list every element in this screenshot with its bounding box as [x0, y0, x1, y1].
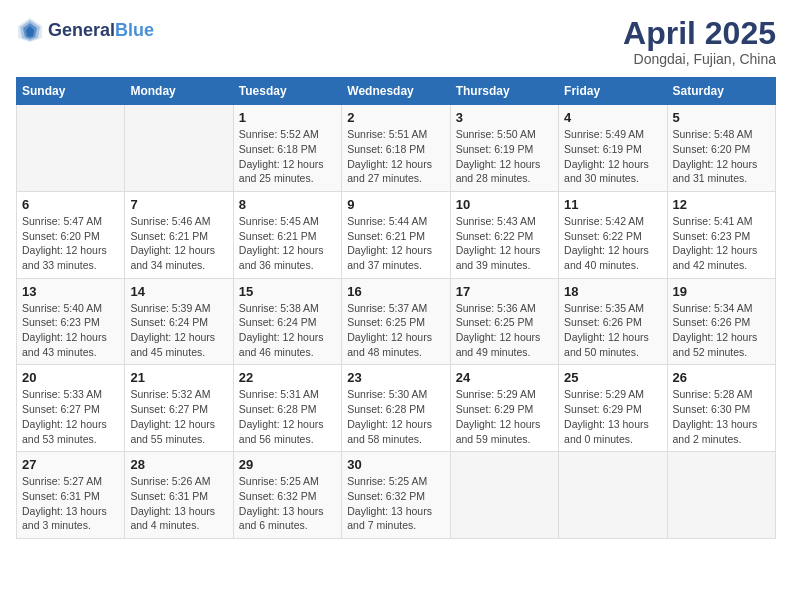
day-info: Sunrise: 5:40 AMSunset: 6:23 PMDaylight:…: [22, 301, 119, 360]
day-number: 27: [22, 457, 119, 472]
day-number: 30: [347, 457, 444, 472]
day-number: 21: [130, 370, 227, 385]
day-number: 24: [456, 370, 553, 385]
weekday-header-friday: Friday: [559, 78, 667, 105]
day-info: Sunrise: 5:42 AMSunset: 6:22 PMDaylight:…: [564, 214, 661, 273]
calendar-cell: 20Sunrise: 5:33 AMSunset: 6:27 PMDayligh…: [17, 365, 125, 452]
calendar-week-row: 27Sunrise: 5:27 AMSunset: 6:31 PMDayligh…: [17, 452, 776, 539]
month-year-title: April 2025: [623, 16, 776, 51]
logo-icon: [16, 16, 44, 44]
calendar-cell: 25Sunrise: 5:29 AMSunset: 6:29 PMDayligh…: [559, 365, 667, 452]
calendar-cell: 7Sunrise: 5:46 AMSunset: 6:21 PMDaylight…: [125, 191, 233, 278]
calendar-week-row: 13Sunrise: 5:40 AMSunset: 6:23 PMDayligh…: [17, 278, 776, 365]
calendar-table: SundayMondayTuesdayWednesdayThursdayFrid…: [16, 77, 776, 539]
day-number: 29: [239, 457, 336, 472]
weekday-header-thursday: Thursday: [450, 78, 558, 105]
weekday-header-sunday: Sunday: [17, 78, 125, 105]
calendar-week-row: 6Sunrise: 5:47 AMSunset: 6:20 PMDaylight…: [17, 191, 776, 278]
day-info: Sunrise: 5:38 AMSunset: 6:24 PMDaylight:…: [239, 301, 336, 360]
calendar-cell: 24Sunrise: 5:29 AMSunset: 6:29 PMDayligh…: [450, 365, 558, 452]
calendar-cell: 9Sunrise: 5:44 AMSunset: 6:21 PMDaylight…: [342, 191, 450, 278]
calendar-cell: 6Sunrise: 5:47 AMSunset: 6:20 PMDaylight…: [17, 191, 125, 278]
calendar-cell: 8Sunrise: 5:45 AMSunset: 6:21 PMDaylight…: [233, 191, 341, 278]
day-info: Sunrise: 5:30 AMSunset: 6:28 PMDaylight:…: [347, 387, 444, 446]
day-info: Sunrise: 5:45 AMSunset: 6:21 PMDaylight:…: [239, 214, 336, 273]
day-number: 19: [673, 284, 770, 299]
calendar-cell: 3Sunrise: 5:50 AMSunset: 6:19 PMDaylight…: [450, 105, 558, 192]
weekday-header-saturday: Saturday: [667, 78, 775, 105]
day-info: Sunrise: 5:27 AMSunset: 6:31 PMDaylight:…: [22, 474, 119, 533]
day-number: 26: [673, 370, 770, 385]
calendar-cell: 2Sunrise: 5:51 AMSunset: 6:18 PMDaylight…: [342, 105, 450, 192]
day-number: 17: [456, 284, 553, 299]
day-info: Sunrise: 5:47 AMSunset: 6:20 PMDaylight:…: [22, 214, 119, 273]
day-number: 6: [22, 197, 119, 212]
calendar-cell: 30Sunrise: 5:25 AMSunset: 6:32 PMDayligh…: [342, 452, 450, 539]
calendar-cell: 10Sunrise: 5:43 AMSunset: 6:22 PMDayligh…: [450, 191, 558, 278]
day-info: Sunrise: 5:43 AMSunset: 6:22 PMDaylight:…: [456, 214, 553, 273]
day-number: 28: [130, 457, 227, 472]
calendar-header: SundayMondayTuesdayWednesdayThursdayFrid…: [17, 78, 776, 105]
calendar-cell: 18Sunrise: 5:35 AMSunset: 6:26 PMDayligh…: [559, 278, 667, 365]
calendar-cell: 29Sunrise: 5:25 AMSunset: 6:32 PMDayligh…: [233, 452, 341, 539]
calendar-week-row: 1Sunrise: 5:52 AMSunset: 6:18 PMDaylight…: [17, 105, 776, 192]
day-number: 22: [239, 370, 336, 385]
location-subtitle: Dongdai, Fujian, China: [623, 51, 776, 67]
day-number: 7: [130, 197, 227, 212]
day-info: Sunrise: 5:32 AMSunset: 6:27 PMDaylight:…: [130, 387, 227, 446]
calendar-cell: 4Sunrise: 5:49 AMSunset: 6:19 PMDaylight…: [559, 105, 667, 192]
day-number: 3: [456, 110, 553, 125]
day-number: 8: [239, 197, 336, 212]
page-header: General Blue April 2025 Dongdai, Fujian,…: [16, 16, 776, 67]
day-info: Sunrise: 5:28 AMSunset: 6:30 PMDaylight:…: [673, 387, 770, 446]
weekday-header-tuesday: Tuesday: [233, 78, 341, 105]
day-info: Sunrise: 5:50 AMSunset: 6:19 PMDaylight:…: [456, 127, 553, 186]
day-info: Sunrise: 5:35 AMSunset: 6:26 PMDaylight:…: [564, 301, 661, 360]
day-info: Sunrise: 5:31 AMSunset: 6:28 PMDaylight:…: [239, 387, 336, 446]
calendar-cell: [125, 105, 233, 192]
day-number: 14: [130, 284, 227, 299]
calendar-cell: 15Sunrise: 5:38 AMSunset: 6:24 PMDayligh…: [233, 278, 341, 365]
calendar-cell: [17, 105, 125, 192]
day-number: 4: [564, 110, 661, 125]
day-info: Sunrise: 5:33 AMSunset: 6:27 PMDaylight:…: [22, 387, 119, 446]
day-info: Sunrise: 5:25 AMSunset: 6:32 PMDaylight:…: [239, 474, 336, 533]
day-info: Sunrise: 5:39 AMSunset: 6:24 PMDaylight:…: [130, 301, 227, 360]
calendar-cell: 14Sunrise: 5:39 AMSunset: 6:24 PMDayligh…: [125, 278, 233, 365]
day-info: Sunrise: 5:25 AMSunset: 6:32 PMDaylight:…: [347, 474, 444, 533]
calendar-cell: [450, 452, 558, 539]
title-block: April 2025 Dongdai, Fujian, China: [623, 16, 776, 67]
calendar-cell: 12Sunrise: 5:41 AMSunset: 6:23 PMDayligh…: [667, 191, 775, 278]
calendar-cell: 19Sunrise: 5:34 AMSunset: 6:26 PMDayligh…: [667, 278, 775, 365]
day-info: Sunrise: 5:44 AMSunset: 6:21 PMDaylight:…: [347, 214, 444, 273]
day-info: Sunrise: 5:29 AMSunset: 6:29 PMDaylight:…: [456, 387, 553, 446]
day-number: 25: [564, 370, 661, 385]
day-info: Sunrise: 5:48 AMSunset: 6:20 PMDaylight:…: [673, 127, 770, 186]
calendar-cell: 16Sunrise: 5:37 AMSunset: 6:25 PMDayligh…: [342, 278, 450, 365]
calendar-cell: 17Sunrise: 5:36 AMSunset: 6:25 PMDayligh…: [450, 278, 558, 365]
day-info: Sunrise: 5:29 AMSunset: 6:29 PMDaylight:…: [564, 387, 661, 446]
weekday-header-row: SundayMondayTuesdayWednesdayThursdayFrid…: [17, 78, 776, 105]
calendar-body: 1Sunrise: 5:52 AMSunset: 6:18 PMDaylight…: [17, 105, 776, 539]
day-number: 23: [347, 370, 444, 385]
day-number: 10: [456, 197, 553, 212]
day-number: 2: [347, 110, 444, 125]
day-info: Sunrise: 5:26 AMSunset: 6:31 PMDaylight:…: [130, 474, 227, 533]
weekday-header-wednesday: Wednesday: [342, 78, 450, 105]
day-info: Sunrise: 5:49 AMSunset: 6:19 PMDaylight:…: [564, 127, 661, 186]
day-info: Sunrise: 5:41 AMSunset: 6:23 PMDaylight:…: [673, 214, 770, 273]
calendar-cell: [667, 452, 775, 539]
logo-general: General: [48, 20, 115, 41]
day-info: Sunrise: 5:37 AMSunset: 6:25 PMDaylight:…: [347, 301, 444, 360]
calendar-cell: 5Sunrise: 5:48 AMSunset: 6:20 PMDaylight…: [667, 105, 775, 192]
day-number: 1: [239, 110, 336, 125]
day-info: Sunrise: 5:51 AMSunset: 6:18 PMDaylight:…: [347, 127, 444, 186]
day-number: 9: [347, 197, 444, 212]
calendar-cell: 27Sunrise: 5:27 AMSunset: 6:31 PMDayligh…: [17, 452, 125, 539]
day-info: Sunrise: 5:46 AMSunset: 6:21 PMDaylight:…: [130, 214, 227, 273]
logo-blue: Blue: [115, 20, 154, 41]
logo-text-group: General Blue: [48, 20, 154, 41]
calendar-cell: 13Sunrise: 5:40 AMSunset: 6:23 PMDayligh…: [17, 278, 125, 365]
day-number: 12: [673, 197, 770, 212]
day-info: Sunrise: 5:34 AMSunset: 6:26 PMDaylight:…: [673, 301, 770, 360]
